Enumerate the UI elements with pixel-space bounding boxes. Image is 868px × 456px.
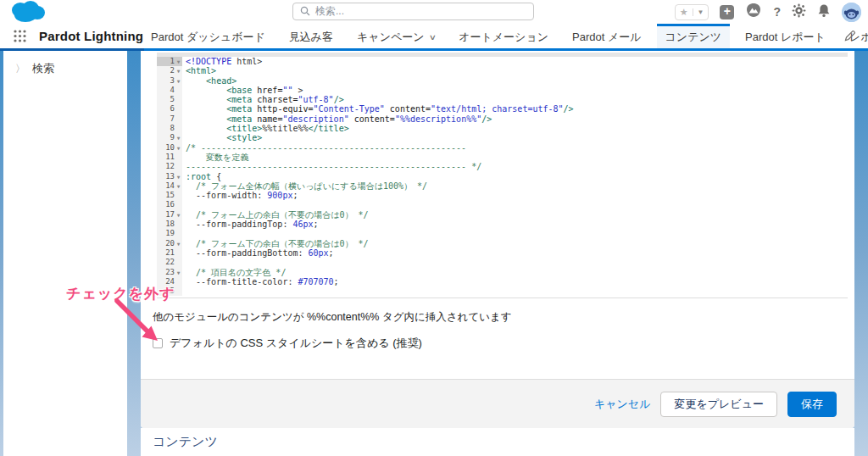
code-text: ----------------------------------------… [182, 162, 481, 171]
fold-arrow-icon[interactable]: ▼ [175, 210, 182, 220]
help-icon[interactable]: ? [773, 5, 781, 19]
fold-arrow-icon [175, 104, 182, 114]
tab-Pardot メール[interactable]: Pardot メール [564, 24, 650, 48]
tab-キャンペーン[interactable]: キャンペーン∨ [348, 24, 443, 48]
salesforce-cloud-logo[interactable] [7, 0, 49, 27]
code-text: --form-width: 900px; [182, 191, 298, 200]
code-line-2[interactable]: 2▼<html> [157, 66, 848, 75]
fold-arrow-icon [175, 86, 182, 95]
code-line-4[interactable]: 4 <base href="" > [157, 86, 848, 95]
left-sidebar: 〉 検索 [3, 51, 127, 456]
star-dropdown-icon[interactable]: ▼ [693, 8, 709, 16]
tab-Pardot レポート[interactable]: Pardot レポート [737, 24, 834, 48]
code-line-6[interactable]: 6 <meta http-equiv="Content-Type" conten… [157, 104, 848, 114]
code-text: :root { [182, 172, 221, 181]
search-icon [300, 4, 310, 19]
default-css-checkbox-row[interactable]: デフォルトの CSS スタイルシートを含める (推奨) [153, 336, 422, 351]
bell-icon[interactable] [817, 3, 831, 21]
cancel-button[interactable]: キャンセル [594, 397, 651, 412]
code-line-15[interactable]: 15 --form-width: 900px; [157, 191, 848, 200]
fold-arrow-icon[interactable]: ▼ [175, 133, 182, 142]
code-text: <!DOCTYPE html> [182, 57, 262, 66]
code-line-9[interactable]: 9▼ <style> [157, 133, 848, 142]
code-line-8[interactable]: 8 <title>%%title%%</title> [157, 124, 848, 133]
tab-オートメーション[interactable]: オートメーション [450, 24, 557, 48]
annotation-arrow [110, 297, 170, 353]
code-line-12[interactable]: 12--------------------------------------… [157, 162, 848, 171]
fold-arrow-icon[interactable]: ▼ [175, 268, 182, 277]
line-number: 13▼ [157, 172, 182, 181]
nav-underline-left [0, 48, 144, 51]
fold-arrow-icon[interactable]: ▼ [175, 172, 182, 181]
fold-arrow-icon [175, 124, 182, 133]
code-line-7[interactable]: 7 <meta name="description" content="%%de… [157, 114, 848, 124]
fold-arrow-icon[interactable]: ▼ [175, 66, 182, 75]
code-text: <meta charset="utf-8"/> [182, 95, 344, 104]
code-line-20[interactable]: 20▼ /* フォーム下の余白（不要の場合は0） */ [157, 239, 848, 248]
gear-icon[interactable] [792, 3, 806, 21]
content-tag-note: 他のモジュールのコンテンツが %%content%% タグ内に挿入されています [153, 310, 512, 325]
code-line-22[interactable]: 22 [157, 258, 848, 267]
app-launcher-icon[interactable] [14, 30, 26, 46]
code-text: /* フォーム全体の幅（横いっぱいにする場合は100%） */ [182, 181, 427, 191]
code-line-23[interactable]: 23▼ /* 項目名の文字色 */ [157, 268, 848, 277]
favorites-button-group[interactable]: ★ ▼ [675, 4, 709, 20]
fold-arrow-icon[interactable]: ▼ [175, 239, 182, 248]
star-icon[interactable]: ★ [676, 7, 693, 18]
line-number: 4 [157, 86, 182, 95]
code-line-18[interactable]: 18 --form-paddingTop: 46px; [157, 220, 848, 229]
tab-見込み客[interactable]: 見込み客 [281, 24, 342, 48]
code-text [182, 229, 186, 238]
code-line-21[interactable]: 21 --form-paddingBottom: 60px; [157, 248, 848, 258]
chevron-down-icon[interactable]: ∨ [428, 33, 436, 42]
code-line-17[interactable]: 17▼ /* フォーム上の余白（不要の場合は0） */ [157, 210, 848, 220]
code-text: /* フォーム下の余白（不要の場合は0） */ [182, 239, 369, 248]
code-line-24[interactable]: 24 --form-title-color: #707070; [157, 277, 848, 286]
line-number: 14▼ [157, 181, 182, 191]
plus-icon[interactable]: + [720, 5, 734, 19]
global-search-input[interactable]: 検索... [292, 3, 534, 20]
tab-コンテンツ[interactable]: コンテンツ [657, 24, 731, 48]
code-line-13[interactable]: 13▼:root { [157, 172, 848, 181]
fold-arrow-icon[interactable]: ▼ [175, 181, 182, 191]
save-button[interactable]: 保存 [787, 392, 837, 417]
tab-label: Pardot ダッシュボード [151, 30, 265, 45]
line-number: 8 [157, 124, 182, 133]
line-number: 7 [157, 114, 182, 124]
code-line-16[interactable]: 16 [157, 200, 848, 209]
content-section-title: コンテンツ [153, 434, 218, 450]
code-editor[interactable]: 1▼<!DOCTYPE html>2▼<html>3▼ <head>4 <bas… [157, 53, 848, 298]
fold-arrow-icon[interactable]: ▼ [175, 57, 182, 66]
fold-arrow-icon [175, 191, 182, 200]
user-avatar[interactable] [842, 3, 861, 22]
fold-arrow-icon [175, 248, 182, 258]
preview-changes-button[interactable]: 変更をプレビュー [660, 392, 777, 417]
nav-tabs: Pardot ダッシュボード見込み客キャンペーン∨オートメーションPardot … [142, 24, 868, 48]
checkbox-label: デフォルトの CSS スタイルシートを含める (推奨) [170, 336, 422, 351]
line-number: 12 [157, 162, 182, 171]
line-number: 20▼ [157, 239, 182, 248]
line-number: 9▼ [157, 133, 182, 142]
line-number: 1▼ [157, 57, 182, 66]
tab-Pardot ダッシュボード[interactable]: Pardot ダッシュボード [142, 24, 274, 48]
code-line-3[interactable]: 3▼ <head> [157, 76, 848, 86]
fold-arrow-icon[interactable]: ▼ [175, 76, 182, 86]
sidebar-item-search[interactable]: 〉 検索 [3, 51, 127, 76]
code-line-19[interactable]: 19 [157, 229, 848, 238]
code-line-11[interactable]: 11 変数を定義 [157, 153, 848, 162]
html-editor-panel: 1▼<!DOCTYPE html>2▼<html>3▼ <head>4 <bas… [141, 51, 854, 428]
code-line-10[interactable]: 10▼/* ----------------------------------… [157, 143, 848, 153]
trailhead-icon[interactable] [745, 3, 762, 22]
code-line-5[interactable]: 5 <meta charset="utf-8"/> [157, 95, 848, 104]
code-text [182, 200, 186, 209]
code-line-14[interactable]: 14▼ /* フォーム全体の幅（横いっぱいにする場合は100%） */ [157, 181, 848, 191]
code-line-25[interactable]: 25 [157, 286, 848, 296]
code-lines: 1▼<!DOCTYPE html>2▼<html>3▼ <head>4 <bas… [157, 57, 848, 296]
code-text: <title>%%title%%</title> [182, 124, 349, 133]
header-actions: ★ ▼ + ? [675, 2, 861, 22]
code-line-1[interactable]: 1▼<!DOCTYPE html> [157, 57, 848, 66]
code-text: /* 項目名の文字色 */ [182, 268, 286, 277]
edit-pencil-icon[interactable] [844, 30, 856, 45]
fold-arrow-icon[interactable]: ▼ [175, 143, 182, 153]
code-text [182, 286, 186, 296]
